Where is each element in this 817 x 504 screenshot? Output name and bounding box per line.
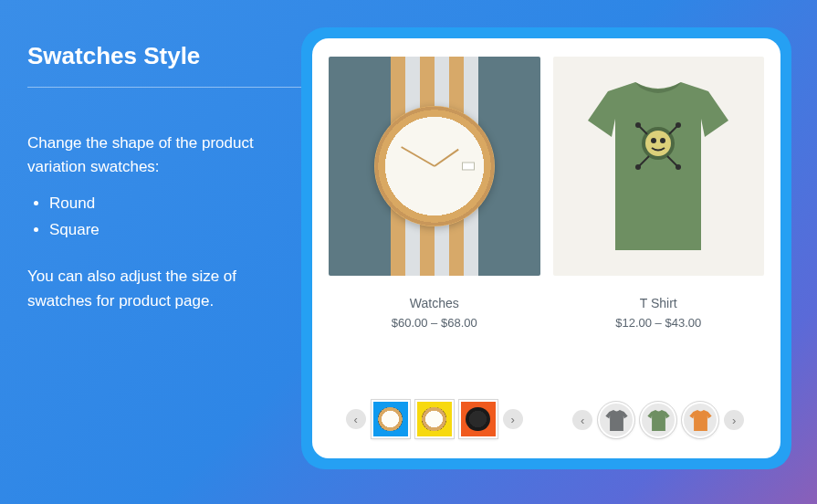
chevron-left-icon: ‹ (354, 413, 358, 426)
swatch-row-watches: ‹ › (329, 382, 540, 438)
swatch-round-1[interactable] (598, 402, 634, 438)
swatch-round-2[interactable] (640, 402, 676, 438)
svg-point-2 (651, 138, 656, 143)
svg-point-3 (660, 138, 665, 143)
product-title[interactable]: Watches (329, 296, 540, 310)
svg-point-1 (645, 131, 671, 156)
chevron-right-icon: › (511, 413, 515, 426)
note-text: You can also adjust the size of swatches… (27, 265, 301, 313)
chevron-left-icon: ‹ (581, 414, 584, 427)
product-price: $12.00 – $43.00 (553, 316, 765, 330)
option-round: Round (49, 191, 301, 217)
swatch-square-2[interactable] (415, 400, 454, 438)
info-sidebar: Swatches Style Change the shape of the p… (27, 27, 301, 469)
swatch-prev-button[interactable]: ‹ (346, 409, 366, 429)
swatch-row-tshirt: ‹ › (553, 383, 765, 438)
page-title: Swatches Style (27, 42, 301, 70)
svg-point-9 (676, 122, 681, 128)
product-price: $60.00 – $68.00 (329, 316, 540, 330)
product-title[interactable]: T Shirt (553, 296, 765, 310)
product-image-tshirt[interactable] (553, 57, 765, 276)
swatch-square-1[interactable] (372, 400, 410, 438)
swatch-next-button[interactable]: › (724, 410, 744, 430)
swatch-square-3[interactable] (459, 400, 498, 438)
chevron-right-icon: › (732, 414, 736, 427)
preview-panel: Watches $60.00 – $68.00 ‹ › (301, 27, 791, 469)
swatch-next-button[interactable]: › (503, 409, 523, 429)
product-image-watches[interactable] (329, 57, 540, 276)
product-card-tshirt: T Shirt $12.00 – $43.00 ‹ › (553, 57, 765, 438)
svg-point-8 (635, 122, 641, 128)
swatch-prev-button[interactable]: ‹ (572, 410, 592, 430)
intro-text: Change the shape of the product variatio… (27, 131, 301, 180)
divider (27, 87, 301, 88)
swatch-round-3[interactable] (682, 402, 718, 438)
svg-point-11 (676, 164, 681, 170)
options-list: Round Square (49, 191, 301, 244)
preview-inner: Watches $60.00 – $68.00 ‹ › (312, 38, 780, 458)
product-card-watches: Watches $60.00 – $68.00 ‹ › (329, 57, 540, 438)
svg-point-10 (635, 164, 641, 170)
option-square: Square (49, 217, 301, 244)
